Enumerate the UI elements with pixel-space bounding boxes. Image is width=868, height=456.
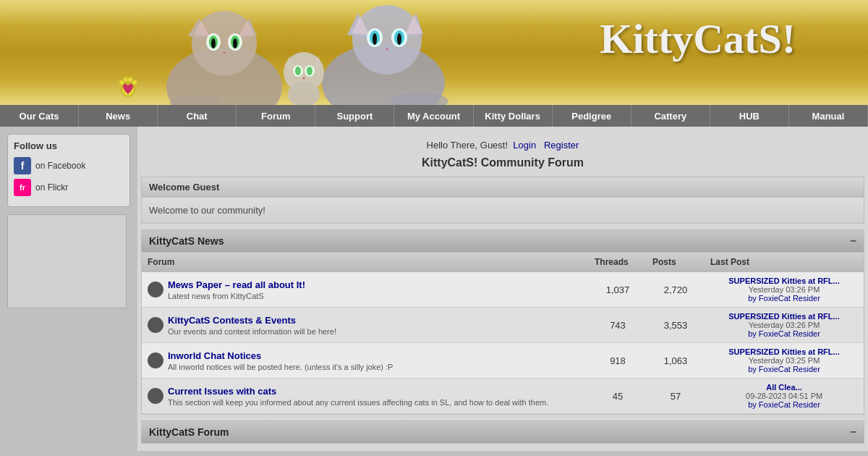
forum-link[interactable]: Mews Paper – read all about It!	[168, 279, 305, 290]
last-post-link[interactable]: SUPERSIZED Kitties at RFL...	[728, 312, 839, 321]
kittycats-forum-section: KittyCatS Forum −	[141, 421, 864, 444]
last-post-user[interactable]: by FoxieCat Resider	[748, 329, 820, 338]
forum-title: KittyCatS! Community Forum	[141, 156, 864, 169]
forum-status-icon	[148, 388, 163, 404]
forum-status-icon	[148, 282, 163, 297]
nav-forum[interactable]: Forum	[237, 105, 315, 127]
flickr-link[interactable]: fr on Flickr	[14, 179, 124, 196]
kittycats-forum-header: KittyCatS Forum −	[142, 421, 864, 443]
nav-my-account[interactable]: My Account	[394, 105, 473, 127]
site-header: KittyCatS!	[0, 0, 868, 105]
kittycats-forum-title: KittyCatS Forum	[149, 426, 229, 438]
news-collapse-button[interactable]: −	[850, 235, 856, 248]
th-threads: Threads	[589, 253, 647, 272]
table-row: Inworld Chat Notices All inworld notices…	[142, 343, 864, 379]
nav-manual[interactable]: Manual	[789, 105, 868, 127]
th-last-post: Last Post	[705, 253, 864, 272]
forum-desc: Latest news from KittyCatS	[168, 292, 305, 300]
svg-point-44	[128, 77, 132, 82]
table-row: Current Issues with cats This section wi…	[142, 379, 864, 414]
nav-support[interactable]: Support	[315, 105, 394, 127]
last-post-link[interactable]: SUPERSIZED Kitties at RFL...	[728, 347, 839, 356]
paw-icon	[116, 72, 141, 103]
last-post-link[interactable]: All Clea...	[766, 383, 802, 392]
last-post-cell: SUPERSIZED Kitties at RFL... Yesterday 0…	[705, 343, 864, 379]
forum-desc: This section will keep you informed abou…	[168, 398, 548, 407]
nav-hub[interactable]: HUB	[710, 105, 789, 127]
forum-desc: Our events and contest information will …	[168, 327, 336, 336]
site-logo: KittyCatS!	[600, 14, 796, 63]
flickr-label: on Flickr	[35, 182, 68, 193]
last-post-cell: All Clea... 09-28-2023 04:51 PM by Foxie…	[705, 379, 864, 414]
last-post-link[interactable]: SUPERSIZED Kitties at RFL...	[728, 276, 839, 285]
greeting-bar: Hello There, Guest! Login Register	[141, 134, 864, 156]
last-post-time: Yesterday 03:25 PM	[749, 356, 820, 365]
facebook-label: on Facebook	[35, 161, 85, 171]
forum-status-icon	[148, 352, 163, 368]
last-post-time: Yesterday 03:26 PM	[749, 321, 820, 329]
last-post-time: Yesterday 03:26 PM	[749, 285, 820, 294]
svg-point-23	[373, 33, 377, 45]
posts-count: 2,720	[647, 272, 705, 308]
facebook-link[interactable]: f on Facebook	[14, 157, 124, 174]
main-nav: Our Cats News Chat Forum Support My Acco…	[0, 105, 868, 127]
kittycats-forum-collapse[interactable]: −	[850, 426, 856, 439]
last-post-cell: SUPERSIZED Kitties at RFL... Yesterday 0…	[705, 272, 864, 308]
last-post-user[interactable]: by FoxieCat Resider	[748, 400, 820, 409]
news-table-body: Mews Paper – read all about It! Latest n…	[142, 272, 864, 414]
posts-count: 57	[647, 379, 705, 414]
table-row: KittyCatS Contests & Events Our events a…	[142, 308, 864, 343]
sidebar-ad	[7, 214, 127, 308]
news-forum-table: Forum Threads Posts Last Post Mews Paper…	[142, 253, 864, 414]
posts-count: 1,063	[647, 343, 705, 379]
nav-kitty-dollars[interactable]: Kitty Dollars	[474, 105, 553, 127]
svg-point-33	[307, 67, 312, 75]
svg-point-32	[295, 67, 301, 75]
forum-link[interactable]: KittyCatS Contests & Events	[168, 315, 336, 326]
forum-desc: All inworld notices will be posted here.…	[168, 363, 393, 371]
th-posts: Posts	[647, 253, 705, 272]
sidebar: Follow us f on Facebook fr on Flickr	[0, 127, 137, 451]
nav-chat[interactable]: Chat	[158, 105, 237, 127]
news-section-title: KittyCatS News	[149, 235, 224, 247]
greeting-text: Hello There, Guest!	[427, 140, 508, 151]
forum-link[interactable]: Inworld Chat Notices	[168, 350, 393, 361]
nav-pedigree[interactable]: Pedigree	[553, 105, 631, 127]
last-post-time: 09-28-2023 04:51 PM	[746, 392, 822, 400]
table-row: Mews Paper – read all about It! Latest n…	[142, 272, 864, 308]
svg-point-1	[192, 11, 257, 76]
table-header-row: Forum Threads Posts Last Post	[142, 253, 864, 272]
nav-cattery[interactable]: Cattery	[631, 105, 710, 127]
svg-point-24	[397, 33, 401, 45]
threads-count: 743	[589, 308, 647, 343]
nav-our-cats[interactable]: Our Cats	[0, 105, 79, 127]
forum-link[interactable]: Current Issues with cats	[168, 386, 548, 397]
news-section-header: KittyCatS News −	[142, 230, 864, 253]
last-post-cell: SUPERSIZED Kitties at RFL... Yesterday 0…	[705, 308, 864, 343]
forum-status-icon	[148, 317, 163, 333]
follow-box: Follow us f on Facebook fr on Flickr	[7, 134, 130, 207]
svg-point-46	[132, 80, 137, 85]
threads-count: 1,037	[589, 272, 647, 308]
flickr-icon: fr	[14, 179, 31, 196]
news-section: KittyCatS News − Forum Threads Posts Las…	[141, 229, 864, 415]
welcome-body: Welcome to our community!	[142, 198, 864, 223]
threads-count: 918	[589, 343, 647, 379]
svg-point-10	[211, 38, 216, 48]
login-link[interactable]: Login	[513, 140, 536, 151]
threads-count: 45	[589, 379, 647, 414]
main-content: Hello There, Guest! Login Register Kitty…	[137, 127, 868, 451]
page-layout: Follow us f on Facebook fr on Flickr Hel…	[0, 127, 868, 451]
last-post-user[interactable]: by FoxieCat Resider	[748, 294, 820, 303]
svg-point-40	[119, 80, 124, 85]
svg-point-11	[233, 38, 237, 48]
th-forum: Forum	[142, 253, 589, 272]
welcome-header: Welcome Guest	[142, 177, 864, 198]
posts-count: 3,553	[647, 308, 705, 343]
nav-news[interactable]: News	[79, 105, 158, 127]
facebook-icon: f	[14, 157, 31, 174]
last-post-user[interactable]: by FoxieCat Resider	[748, 365, 820, 373]
svg-point-14	[352, 5, 422, 75]
cat-illustration	[130, 0, 535, 105]
register-link[interactable]: Register	[544, 140, 579, 151]
